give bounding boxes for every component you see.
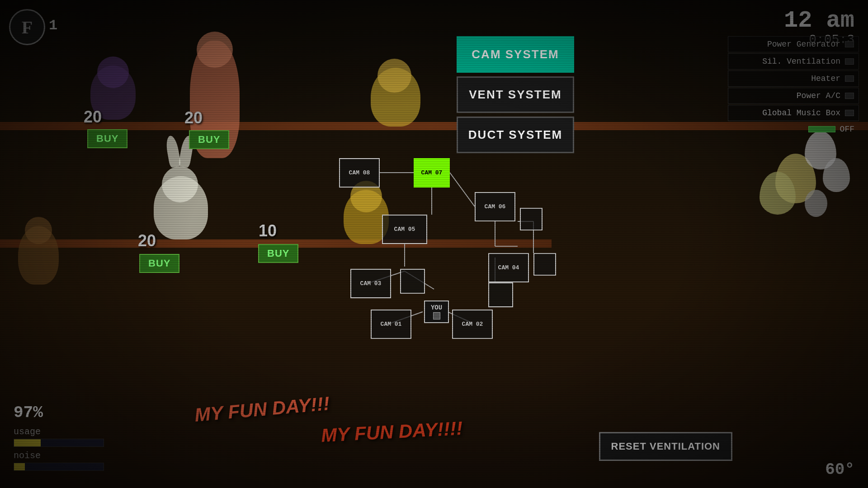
usage-bar-container	[14, 439, 104, 447]
buy-button-3[interactable]: BUY	[139, 254, 179, 273]
balloon-small-gray	[805, 190, 827, 217]
off-label: OFF	[840, 125, 854, 134]
power-item-heater[interactable]: Heater	[728, 70, 859, 87]
char-yellow-bear-head	[377, 59, 411, 93]
power-item-ac[interactable]: Power A/C	[728, 88, 859, 104]
percent-symbol: %	[33, 404, 43, 422]
cam-center-box	[400, 269, 425, 294]
cam-05[interactable]: CAM 05	[382, 215, 427, 244]
game-background: MY FUN DAY!!! MY FUN DAY!!!! 20 BUY 20 B…	[0, 0, 868, 488]
music-box-indicator	[845, 110, 854, 116]
sign-myfunday-left: MY FUN DAY!!!	[194, 399, 330, 420]
balloon-gray	[823, 158, 850, 192]
sil-ventilation-label: Sil. Ventilation	[762, 57, 840, 66]
off-status-row: OFF	[728, 122, 859, 136]
cam-04[interactable]: CAM 04	[488, 253, 529, 282]
buy-button-4[interactable]: BUY	[258, 244, 298, 263]
power-item-generator[interactable]: Power Generator	[728, 36, 859, 52]
time-hour: 12 am	[784, 9, 854, 33]
temperature-display: 60°	[825, 460, 854, 479]
power-items-panel: Power Generator Sil. Ventilation Heater …	[728, 36, 859, 136]
cam-system-button[interactable]: CAM SYSTEM	[457, 36, 574, 73]
you-label: YOU	[431, 304, 442, 312]
sign-myfunday-right: MY FUN DAY!!!!	[321, 421, 462, 443]
cam-04-branch	[533, 253, 556, 276]
cam-02[interactable]: CAM 02	[452, 310, 493, 339]
power-item-ventilation[interactable]: Sil. Ventilation	[728, 53, 859, 70]
system-buttons-panel: CAM SYSTEM VENT SYSTEM DUCT SYSTEM	[457, 36, 574, 153]
cam-04-bottom	[488, 282, 513, 307]
sil-ventilation-indicator	[845, 58, 854, 65]
temperature-value: 60	[825, 460, 844, 479]
price-tag-2: 20	[184, 108, 203, 127]
usage-bar-fill	[14, 439, 41, 446]
cam-03[interactable]: CAM 03	[350, 269, 391, 298]
player-count: 1	[49, 17, 57, 34]
power-ac-indicator	[845, 93, 854, 99]
char-bunny-head	[162, 166, 198, 202]
noise-label: noise	[14, 450, 104, 461]
duct-system-button[interactable]: DUCT SYSTEM	[457, 117, 574, 153]
char-bear-head	[25, 217, 52, 244]
logo-letter: F	[22, 17, 33, 38]
game-logo: F	[9, 9, 45, 45]
heater-indicator	[845, 75, 854, 82]
heater-label: Heater	[811, 74, 840, 83]
camera-map: CAM 08 CAM 07 CAM 06 CAM 05 CAM 04 CAM 0…	[312, 149, 556, 339]
cam-06[interactable]: CAM 06	[475, 192, 515, 221]
vent-system-button[interactable]: VENT SYSTEM	[457, 76, 574, 113]
cam-08[interactable]: CAM 08	[339, 158, 380, 188]
you-dot	[433, 312, 440, 319]
cam-01[interactable]: CAM 01	[371, 310, 411, 339]
noise-bar-container	[14, 463, 104, 471]
stats-panel: 97% usage noise	[14, 392, 104, 474]
reset-ventilation-button[interactable]: RESET VENTILATION	[599, 432, 733, 461]
power-ac-label: Power A/C	[797, 91, 840, 100]
buy-button-2[interactable]: BUY	[189, 130, 229, 149]
global-music-box-label: Global Music Box	[762, 108, 840, 117]
power-generator-indicator	[845, 41, 854, 47]
price-tag-3: 20	[138, 231, 156, 250]
cam-07[interactable]: CAM 07	[414, 158, 450, 188]
char-clown-head	[197, 32, 233, 68]
char-purple-bear-head	[97, 56, 129, 88]
price-tag-4: 10	[259, 221, 277, 240]
usage-label: usage	[14, 427, 104, 437]
temperature-symbol: °	[844, 460, 854, 479]
buy-button-1[interactable]: BUY	[87, 129, 127, 148]
noise-bar-fill	[14, 463, 25, 470]
svg-line-1	[450, 173, 475, 206]
power-percentage: 97%	[14, 392, 104, 425]
off-bar-indicator	[808, 126, 835, 132]
cam-06-branch	[520, 208, 542, 230]
price-tag-1: 20	[84, 108, 102, 127]
power-generator-label: Power Generator	[767, 40, 840, 49]
power-item-music-box[interactable]: Global Music Box	[728, 105, 859, 121]
you-node: YOU	[424, 300, 449, 323]
